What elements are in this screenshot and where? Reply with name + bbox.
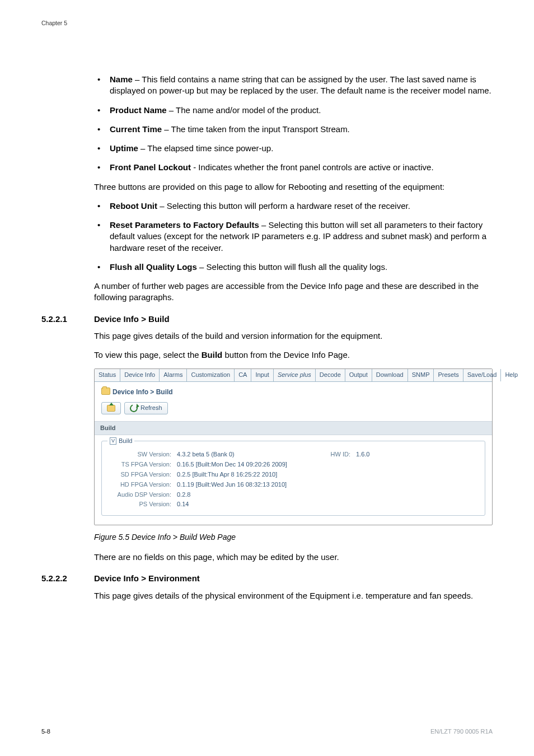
- term: Reboot Unit: [110, 201, 157, 211]
- paragraph: To view this page, select the Build butt…: [94, 349, 493, 361]
- fieldset-legend: VBuild: [107, 437, 134, 445]
- term: Front Panel Lockout: [110, 162, 191, 172]
- list-item: Flush all Quality Logs – Selecting this …: [94, 262, 493, 273]
- figure-caption: Figure 5.5 Device Info > Build Web Page: [94, 532, 493, 543]
- build-screenshot: Status Device Info Alarms Customization …: [94, 368, 493, 525]
- tab-status[interactable]: Status: [95, 369, 120, 381]
- term-rest: – Selecting this button will perform a h…: [157, 201, 410, 211]
- chapter-label: Chapter 5: [41, 19, 493, 27]
- term-rest: – Selecting this button will flush all t…: [197, 262, 387, 272]
- term: Reset Parameters to Factory Defaults: [110, 220, 259, 230]
- list-item: Front Panel Lockout - Indicates whether …: [94, 162, 493, 173]
- tab-help[interactable]: Help: [501, 369, 522, 381]
- tab-alarms[interactable]: Alarms: [160, 369, 187, 381]
- tab-presets[interactable]: Presets: [434, 369, 463, 381]
- tab-save-load[interactable]: Save/Load: [463, 369, 502, 381]
- list-item: Product Name – The name and/or model of …: [94, 105, 493, 116]
- list-item: Name – This field contains a name string…: [94, 74, 493, 97]
- build-fieldset: VBuild SW Version: 4.3.2 beta 5 (Bank 0)…: [101, 441, 485, 516]
- kv-val: 0.16.5 [Built:Mon Dec 14 09:20:26 2009]: [177, 460, 322, 469]
- term-rest: – The time taken from the input Transpor…: [162, 124, 350, 134]
- text: button from the Device Info Page.: [222, 350, 350, 360]
- text-bold: Build: [202, 350, 223, 360]
- build-kv: SW Version: 4.3.2 beta 5 (Bank 0) HW ID:…: [110, 450, 477, 508]
- up-button[interactable]: [101, 402, 121, 414]
- paragraph: This page gives details of the physical …: [94, 590, 493, 601]
- heading-title: Device Info > Build: [94, 314, 170, 325]
- legend-text: Build: [119, 437, 132, 444]
- tab-snmp[interactable]: SNMP: [408, 369, 434, 381]
- folder-icon: [101, 388, 110, 395]
- term: Product Name: [110, 105, 167, 115]
- kv-key: HW ID:: [322, 450, 356, 459]
- top-bullets: Name – This field contains a name string…: [94, 74, 493, 174]
- page-number: 5-8: [41, 727, 50, 736]
- heading-environment: 5.2.2.2 Device Info > Environment: [41, 573, 493, 584]
- paragraph: Three buttons are provided on this page …: [94, 181, 493, 193]
- collapse-icon[interactable]: V: [110, 437, 116, 445]
- term: Current Time: [110, 124, 162, 134]
- refresh-icon: [129, 403, 139, 414]
- tab-output[interactable]: Output: [345, 369, 372, 381]
- kv-key: SD FPGA Version:: [110, 470, 177, 479]
- paragraph: A number of further web pages are access…: [94, 281, 493, 304]
- heading-number: 5.2.2.2: [41, 573, 94, 584]
- mid-bullets: Reboot Unit – Selecting this button will…: [94, 200, 493, 273]
- tab-customization[interactable]: Customization: [187, 369, 235, 381]
- kv-key: Audio DSP Version:: [110, 491, 177, 499]
- term: Name: [110, 74, 133, 84]
- heading-number: 5.2.2.1: [41, 314, 94, 325]
- tab-service-plus[interactable]: Service plus: [274, 369, 316, 381]
- text: To view this page, select the: [94, 350, 202, 360]
- kv-val: 0.14: [177, 500, 322, 508]
- term: Flush all Quality Logs: [110, 262, 197, 272]
- term-rest: - Indicates whether the front panel cont…: [191, 162, 434, 172]
- kv-val: 0.2.5 [Built:Thu Apr 8 16:25:22 2010]: [177, 470, 322, 479]
- section-build: Build: [95, 421, 492, 435]
- term: Uptime: [110, 143, 138, 153]
- list-item: Reboot Unit – Selecting this button will…: [94, 200, 493, 212]
- page-footer: 5-8 EN/LZT 790 0005 R1A: [41, 727, 493, 736]
- kv-key: SW Version:: [110, 450, 177, 459]
- kv-val: 1.6.0: [356, 450, 477, 459]
- tab-input[interactable]: Input: [251, 369, 273, 381]
- kv-val: 0.1.19 [Built:Wed Jun 16 08:32:13 2010]: [177, 480, 322, 489]
- refresh-label: Refresh: [140, 404, 162, 412]
- doc-id: EN/LZT 790 0005 R1A: [430, 727, 493, 736]
- tab-bar: Status Device Info Alarms Customization …: [95, 369, 492, 382]
- kv-key: HD FPGA Version:: [110, 480, 177, 489]
- list-item: Current Time – The time taken from the i…: [94, 124, 493, 135]
- term-rest: – The elapsed time since power-up.: [138, 143, 274, 153]
- tab-download[interactable]: Download: [372, 369, 408, 381]
- kv-key: PS Version:: [110, 500, 177, 508]
- tab-device-info[interactable]: Device Info: [120, 369, 160, 381]
- refresh-button[interactable]: Refresh: [124, 402, 168, 414]
- breadcrumb: Device Info > Build: [101, 388, 485, 396]
- tab-decode[interactable]: Decode: [316, 369, 345, 381]
- kv-val: 4.3.2 beta 5 (Bank 0): [177, 450, 322, 459]
- folder-up-icon: [107, 405, 115, 412]
- toolbar: Refresh: [101, 402, 485, 414]
- kv-val: 0.2.8: [177, 491, 322, 499]
- heading-build: 5.2.2.1 Device Info > Build: [41, 314, 493, 325]
- kv-key: TS FPGA Version:: [110, 460, 177, 469]
- list-item: Reset Parameters to Factory Defaults – S…: [94, 220, 493, 254]
- list-item: Uptime – The elapsed time since power-up…: [94, 143, 493, 154]
- heading-title: Device Info > Environment: [94, 573, 200, 584]
- tab-ca[interactable]: CA: [235, 369, 251, 381]
- breadcrumb-text: Device Info > Build: [113, 388, 173, 396]
- paragraph: This page gives details of the build and…: [94, 330, 493, 342]
- term-rest: – This field contains a name string that…: [110, 74, 491, 95]
- term-rest: – The name and/or model of the product.: [167, 105, 321, 115]
- paragraph: There are no fields on this page, which …: [94, 552, 493, 563]
